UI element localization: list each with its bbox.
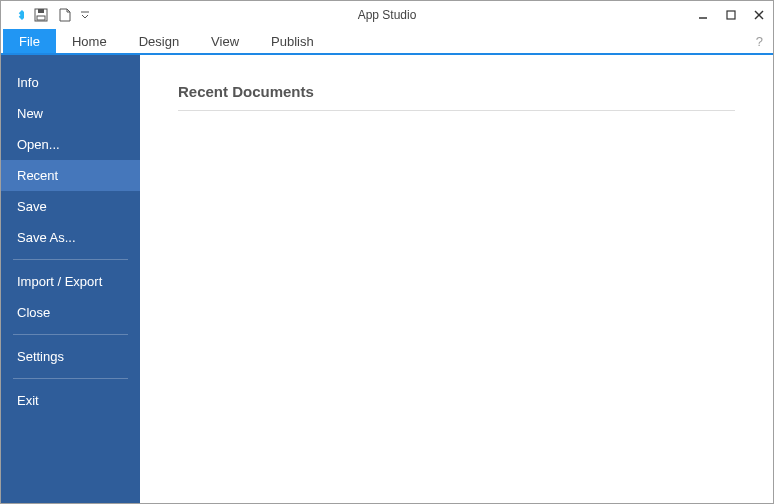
window-controls — [689, 1, 773, 29]
save-icon[interactable] — [31, 5, 51, 25]
svg-rect-4 — [37, 16, 45, 20]
sidebar-separator — [13, 378, 128, 379]
new-document-icon[interactable] — [55, 5, 75, 25]
sidebar-item-new[interactable]: New — [1, 98, 140, 129]
minimize-button[interactable] — [689, 1, 717, 29]
maximize-button[interactable] — [717, 1, 745, 29]
sidebar-item-recent[interactable]: Recent — [1, 160, 140, 191]
close-button[interactable] — [745, 1, 773, 29]
content-divider — [178, 110, 735, 111]
content-heading: Recent Documents — [178, 83, 735, 100]
tab-home[interactable]: Home — [56, 29, 123, 53]
backstage-sidebar: Info New Open... Recent Save Save As... … — [1, 55, 140, 503]
sidebar-separator — [13, 259, 128, 260]
content-panel: Recent Documents — [140, 55, 773, 503]
help-button[interactable]: ? — [746, 29, 773, 53]
sidebar-item-open[interactable]: Open... — [1, 129, 140, 160]
quick-access-toolbar — [1, 5, 91, 25]
sidebar-item-info[interactable]: Info — [1, 67, 140, 98]
tab-file[interactable]: File — [3, 29, 56, 53]
sidebar-item-settings[interactable]: Settings — [1, 341, 140, 372]
window-title: App Studio — [1, 8, 773, 22]
sidebar-item-import-export[interactable]: Import / Export — [1, 266, 140, 297]
app-logo-icon — [7, 5, 27, 25]
svg-rect-7 — [727, 11, 735, 19]
sidebar-item-close[interactable]: Close — [1, 297, 140, 328]
qat-dropdown-icon[interactable] — [79, 5, 91, 25]
tab-publish[interactable]: Publish — [255, 29, 330, 53]
tab-design[interactable]: Design — [123, 29, 195, 53]
sidebar-separator — [13, 334, 128, 335]
title-bar: App Studio — [1, 1, 773, 29]
svg-rect-3 — [38, 9, 44, 13]
app-window: App Studio File Home Design View Publish… — [0, 0, 774, 504]
tab-view[interactable]: View — [195, 29, 255, 53]
sidebar-item-save-as[interactable]: Save As... — [1, 222, 140, 253]
ribbon-tabs: File Home Design View Publish ? — [1, 29, 773, 55]
sidebar-item-save[interactable]: Save — [1, 191, 140, 222]
sidebar-item-exit[interactable]: Exit — [1, 385, 140, 416]
backstage-body: Info New Open... Recent Save Save As... … — [1, 55, 773, 503]
